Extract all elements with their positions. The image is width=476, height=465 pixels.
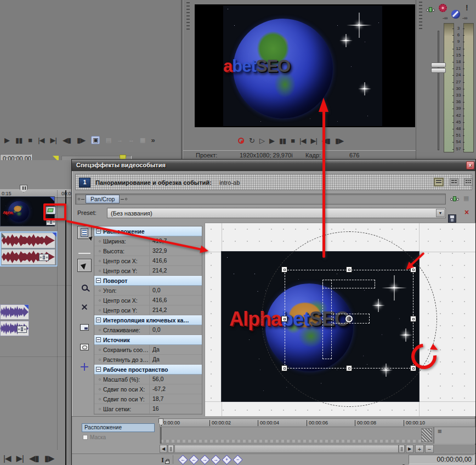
property-row[interactable]: Центр оси Y:214,2 xyxy=(94,266,202,276)
edit-cursor[interactable] xyxy=(65,190,66,465)
volume-fader-handle[interactable] xyxy=(431,63,446,73)
layout-triple-button[interactable] xyxy=(464,178,473,186)
property-row[interactable]: Высота:322,9 xyxy=(94,246,202,256)
pan-crop-button[interactable] xyxy=(46,206,56,214)
stop-button[interactable]: ■ xyxy=(28,137,32,144)
property-row[interactable]: Растянуть до з…Да xyxy=(94,355,202,365)
zoom-in-button[interactable]: + xyxy=(415,445,424,453)
section-header[interactable]: Рабочее пространство xyxy=(94,365,202,375)
expand-tool-button[interactable]: ↔ xyxy=(128,137,134,143)
scrollbar-right-grip[interactable] xyxy=(399,445,405,453)
previous-frame-button[interactable]: ◀▮ xyxy=(29,454,39,462)
crop-handle-middle-right[interactable] xyxy=(410,316,416,322)
crop-handle-top-right[interactable] xyxy=(410,266,416,273)
next-frame-button[interactable]: ▮▶ xyxy=(335,137,343,144)
stop-button[interactable]: ■ xyxy=(291,137,294,144)
play-button[interactable]: ▶ xyxy=(4,137,9,144)
go-to-end-button[interactable]: ▶| xyxy=(50,137,56,144)
go-to-start-button[interactable]: |◀ xyxy=(299,137,305,144)
property-row[interactable]: Сдвиг по оси Y:18,7 xyxy=(94,394,202,404)
group-tool-button[interactable]: ▦ xyxy=(140,137,145,143)
plugin-index-badge[interactable]: 1 xyxy=(79,178,90,188)
keyframe-envelope-icon[interactable] xyxy=(426,7,435,13)
play-button[interactable]: ▶ xyxy=(269,137,274,144)
record-button[interactable] xyxy=(238,138,244,144)
crop-center-handle[interactable] xyxy=(345,315,353,322)
event-fx-button[interactable] xyxy=(46,218,56,225)
keyframe-timeline-ruler[interactable]: 0:00:00 00:00:02 00:00:04 00:00:06 00:00… xyxy=(160,418,475,427)
scroll-right-button[interactable]: ▶ xyxy=(406,445,413,453)
keyframe-next-button[interactable]: → xyxy=(200,455,209,464)
collapse-icon[interactable] xyxy=(96,337,101,342)
property-row[interactable]: Масштаб (%):56,0 xyxy=(94,375,202,384)
go-to-start-button[interactable]: |◀ xyxy=(38,137,44,144)
crop-handle-bottom-center[interactable] xyxy=(346,365,352,371)
property-row[interactable]: Центр оси X:416,6 xyxy=(94,256,202,266)
collapse-icon[interactable] xyxy=(96,317,101,322)
property-row[interactable]: Шаг сетки:16 xyxy=(94,404,202,414)
audio-event[interactable] xyxy=(1,249,55,265)
keyframe-playhead[interactable] xyxy=(161,427,161,444)
keyframe-row-mask[interactable]: Маска xyxy=(82,433,155,441)
property-row[interactable]: Центр оси X:416,6 xyxy=(94,296,202,305)
chevron-down-icon[interactable]: ▼ xyxy=(436,209,445,217)
crop-handle-middle-left[interactable] xyxy=(281,316,287,322)
toolbar-overflow-button[interactable]: » xyxy=(151,137,154,144)
close-button[interactable]: x xyxy=(466,161,474,169)
property-row[interactable]: Угол:0,0 xyxy=(94,286,202,296)
ripple-tool-button[interactable]: → xyxy=(117,137,122,143)
scrollbar-left-grip[interactable] xyxy=(168,445,174,453)
section-header[interactable]: Поворот xyxy=(94,276,202,286)
property-row[interactable]: Центр оси Y:214,2 xyxy=(94,305,202,315)
preset-combobox[interactable]: (Без названия) ▼ xyxy=(107,208,446,218)
mask-checkbox[interactable] xyxy=(83,435,88,440)
menu-lines-icon[interactable]: ≡ xyxy=(438,427,442,435)
audio-event[interactable] xyxy=(0,304,29,320)
loop-playback-button[interactable]: ↻ xyxy=(249,137,254,144)
tool-zoom-edit[interactable] xyxy=(77,281,92,294)
keyframe-timecode-display[interactable]: 00:00:00,00 xyxy=(409,455,474,464)
lock-cursor-icon[interactable]: I xyxy=(161,456,169,464)
tool-normal-edit[interactable] xyxy=(77,259,92,272)
keyframe-add-button[interactable]: + xyxy=(222,455,231,464)
next-frame-button[interactable]: ▮▶ xyxy=(44,454,54,462)
scrollbar-thumb[interactable] xyxy=(174,445,399,453)
tool-mask[interactable] xyxy=(77,341,92,354)
keyframe-first-button[interactable]: ← xyxy=(178,455,188,464)
section-header[interactable]: Источник xyxy=(94,335,202,345)
collapse-icon[interactable] xyxy=(96,278,101,283)
previous-frame-button[interactable]: ◀▮ xyxy=(63,137,71,144)
crop-handle-top-center[interactable] xyxy=(346,266,352,273)
panel-grip-handle[interactable] xyxy=(418,2,422,30)
property-row[interactable]: Ширина:410,7 xyxy=(94,236,202,246)
crop-handle-top-left[interactable] xyxy=(281,266,287,273)
keyframe-track[interactable] xyxy=(160,427,434,444)
warning-icon[interactable]: ! xyxy=(466,3,468,12)
property-row[interactable]: Сдвиг по оси X:-67,2 xyxy=(94,384,202,394)
collapse-icon[interactable] xyxy=(96,367,101,372)
pause-button[interactable]: ▮▮ xyxy=(15,137,22,144)
event-fx-button[interactable] xyxy=(39,254,49,261)
audio-event[interactable] xyxy=(1,232,55,248)
zoom-out-button[interactable]: − xyxy=(425,445,434,453)
tool-magic-wand[interactable] xyxy=(77,300,92,314)
section-header[interactable]: Расположение xyxy=(94,226,202,236)
dialog-titlebar[interactable]: Спецэффекты видеособытия x xyxy=(72,160,475,171)
next-frame-button[interactable]: ▮▶ xyxy=(77,137,85,144)
keyframe-row-position[interactable]: Расположение xyxy=(82,423,155,432)
go-to-end-button[interactable]: ▶| xyxy=(16,454,23,462)
property-row[interactable]: Сохранить соо…Да xyxy=(94,345,202,355)
go-to-start-button[interactable]: |◀ xyxy=(3,454,10,462)
settings-gear-icon[interactable] xyxy=(439,4,447,12)
tool-move[interactable] xyxy=(77,360,92,373)
event-fx-button[interactable] xyxy=(17,326,27,333)
fade-handle[interactable] xyxy=(2,233,6,237)
delete-preset-button[interactable]: × xyxy=(464,208,469,216)
pause-button[interactable]: ▮▮ xyxy=(279,137,286,144)
property-row[interactable]: Сглаживание:0,0 xyxy=(94,325,202,335)
mute-icon[interactable] xyxy=(451,10,460,19)
keyframe-remove-button[interactable]: − xyxy=(233,455,242,464)
tool-crop[interactable] xyxy=(77,321,92,334)
tool-show-properties[interactable] xyxy=(77,226,92,239)
audio-event[interactable] xyxy=(0,321,29,336)
